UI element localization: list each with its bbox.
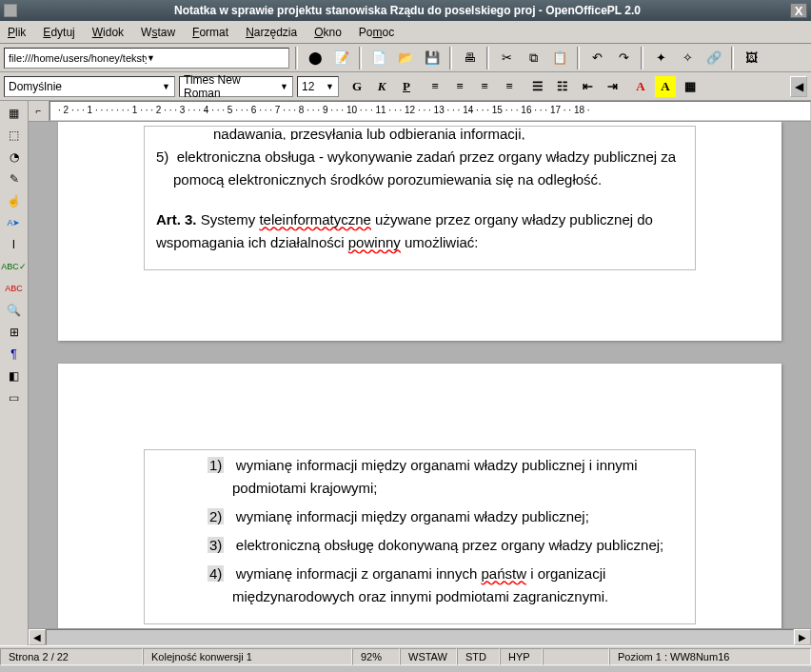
url-field[interactable]: file:///home/users/honey/teksty/Ustawa%2… [4,48,289,69]
page-2: 1) wymianę informacji między organami wł… [58,364,781,628]
menu-format[interactable]: Format [192,26,228,39]
paragraph-style-value: Domyślnie [9,80,62,93]
menu-plik[interactable]: Plik [8,26,26,39]
gallery-icon[interactable]: 🖼 [740,47,762,69]
ruler-corner[interactable]: ⌐ [29,101,49,121]
menu-pomoc[interactable]: Pomoc [359,26,394,39]
document-wrapper: ⌐ · 2 · · · 1 · · · · · · · 1 · · · 2 · … [29,101,811,645]
document-scroll-area[interactable]: nadawania, przesyłania lub odbierania in… [29,122,811,628]
scroll-right-button[interactable]: ▶ [794,629,811,645]
draw-icon[interactable]: ✎ [3,168,26,189]
highlight-button[interactable]: A [655,76,676,97]
list-item-4[interactable]: 4) wymianę informacji z organami innych … [156,563,683,608]
scroll-track[interactable] [46,629,794,645]
numbered-list-button[interactable]: ☰ [527,76,548,97]
page-1: nadawania, przesyłania lub odbierania in… [58,122,781,341]
bullet-list-button[interactable]: ☷ [552,76,573,97]
autotext-icon[interactable]: A➤ [3,212,26,233]
horizontal-ruler[interactable]: · 2 · · · 1 · · · · · · · 1 · · · 2 · · … [49,101,811,121]
work-area: ▦ ⬚ ◔ ✎ ☝ A➤ I ABC✓ ABC 🔍 ⊞ ¶ ◧ ▭ ⌐ · 2 … [0,101,811,645]
insert-object-icon[interactable]: ◔ [3,147,26,168]
status-level: Poziom 1 : WW8Num16 [609,648,811,665]
open-icon[interactable]: 📂 [394,47,417,69]
font-color-button[interactable]: A [630,76,651,97]
form-icon[interactable]: ☝ [3,190,26,211]
status-blank [543,648,609,665]
menu-narzedzia[interactable]: Narzędzia [246,26,297,39]
decrease-indent-button[interactable]: ⇤ [577,76,598,97]
menu-edytuj[interactable]: Edytuj [43,26,74,39]
italic-button[interactable]: K [371,76,392,97]
status-page: Strona 2 / 22 [0,648,143,665]
text-frame-1[interactable]: nadawania, przesyłania lub odbierania in… [144,126,696,270]
close-button[interactable]: X [790,3,807,18]
window-title: Notatka w sprawie projektu stanowiska Rz… [25,4,790,17]
navigator-icon[interactable]: ✦ [649,47,672,69]
url-text: file:///home/users/honey/teksty/Ustawa%2… [9,52,147,64]
paragraph-cut[interactable]: nadawania, przesyłania lub odbierania in… [156,123,683,140]
insert-table-icon[interactable]: ▦ [3,103,26,124]
new-icon[interactable]: 📄 [367,47,390,69]
status-hyp[interactable]: HYP [500,648,543,665]
underline-button[interactable]: P [396,76,417,97]
insert-field-icon[interactable]: ⬚ [3,125,26,146]
menu-bar: Plik Edytuj Widok Wstaw Format Narzędzia… [0,21,811,44]
title-bar: Notatka w sprawie projektu stanowiska Rz… [0,0,811,21]
status-sequence: Kolejność konwersji 1 [143,648,352,665]
data-source-icon[interactable]: ⊞ [3,322,26,343]
font-name-combo[interactable]: Times New Roman▼ [179,76,293,97]
text-frame-2[interactable]: 1) wymianę informacji między organami wł… [144,449,696,624]
toolbar-overflow-button[interactable]: ◀ [790,76,807,97]
format-toolbar: Domyślnie▼ Times New Roman▼ 12▼ G K P ≡ … [0,72,811,101]
align-right-button[interactable]: ≡ [474,76,495,97]
menu-wstaw[interactable]: Wstaw [141,26,175,39]
system-menu-icon[interactable] [4,4,17,17]
stop-icon[interactable]: ⬤ [304,47,326,69]
graphics-icon[interactable]: ◧ [3,366,26,386]
undo-icon[interactable]: ↶ [585,47,608,69]
menu-okno[interactable]: Okno [314,26,342,39]
cursor-icon[interactable]: I [3,234,26,255]
find-icon[interactable]: 🔍 [3,300,26,321]
main-toolbar: file:///home/users/honey/teksty/Ustawa%2… [0,44,811,72]
status-std[interactable]: STD [457,648,500,665]
ruler-marks: · 2 · · · 1 · · · · · · · 1 · · · 2 · · … [58,105,590,115]
cut-icon[interactable]: ✂ [495,47,518,69]
list-item-3[interactable]: 3) elektroniczną obsługę dokonywaną prze… [156,534,683,557]
save-icon[interactable]: 💾 [421,47,444,69]
align-justify-button[interactable]: ≡ [499,76,520,97]
font-name-value: Times New Roman [184,73,280,100]
paragraph-style-combo[interactable]: Domyślnie▼ [4,76,175,97]
paragraph-5[interactable]: 5) elektroniczna obsługa - wykonywanie z… [156,146,683,191]
spellcheck-icon[interactable]: ABC✓ [3,256,26,277]
ruler-row: ⌐ · 2 · · · 1 · · · · · · · 1 · · · 2 · … [29,101,811,122]
paragraph-bg-button[interactable]: ▦ [680,76,701,97]
list-item-1[interactable]: 1) wymianę informacji między organami wł… [156,454,683,500]
nonprinting-icon[interactable]: ¶ [3,344,26,365]
print-icon[interactable]: 🖶 [458,47,481,69]
increase-indent-button[interactable]: ⇥ [602,76,623,97]
font-size-combo[interactable]: 12▼ [297,76,339,97]
paste-icon[interactable]: 📋 [548,47,571,69]
status-zoom[interactable]: 92% [352,648,400,665]
redo-icon[interactable]: ↷ [612,47,635,69]
auto-spellcheck-icon[interactable]: ABC [3,278,26,299]
paragraph-art3[interactable]: Art. 3. Systemy teleinformatyczne używan… [156,208,683,254]
menu-widok[interactable]: Widok [92,26,124,39]
online-layout-icon[interactable]: ▭ [3,387,26,408]
status-insert[interactable]: WSTAW [400,648,457,665]
hyperlink-icon[interactable]: 🔗 [702,47,725,69]
align-center-button[interactable]: ≡ [449,76,470,97]
copy-icon[interactable]: ⧉ [522,47,544,69]
align-left-button[interactable]: ≡ [425,76,445,97]
left-toolbar: ▦ ⬚ ◔ ✎ ☝ A➤ I ABC✓ ABC 🔍 ⊞ ¶ ◧ ▭ [0,101,29,645]
status-bar: Strona 2 / 22 Kolejność konwersji 1 92% … [0,645,811,666]
bold-button[interactable]: G [346,76,367,97]
list-item-2[interactable]: 2) wymianę informacji między organami wł… [156,505,683,528]
scroll-left-button[interactable]: ◀ [29,629,46,645]
horizontal-scrollbar[interactable]: ◀ ▶ [29,628,811,645]
edit-icon[interactable]: 📝 [330,47,353,69]
stylist-icon[interactable]: ✧ [676,47,699,69]
font-size-value: 12 [302,80,314,93]
